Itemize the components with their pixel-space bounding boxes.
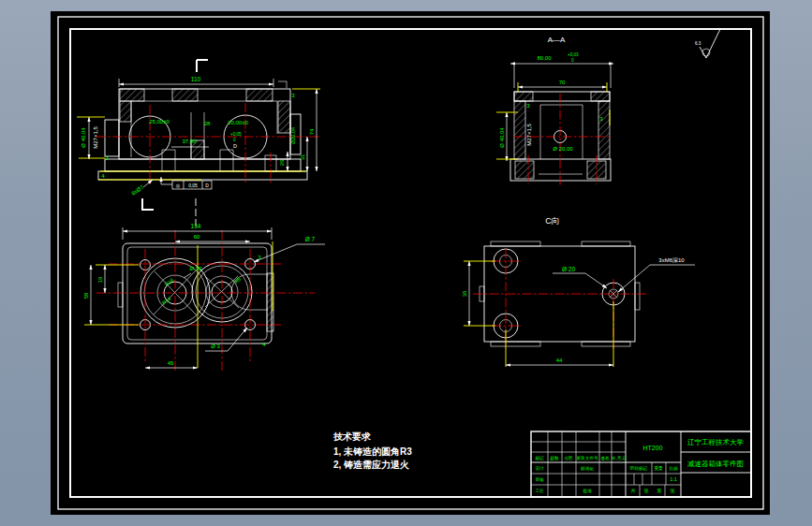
dim-dia20-c: Ø 20 <box>562 266 575 272</box>
tb-sheet-no-unit: 张 <box>671 488 675 494</box>
tech-req-line2: 2, 铸造需应力退火 <box>333 460 409 470</box>
dim-58: 58 <box>83 292 89 299</box>
tb-scale-value: 1:1 <box>670 476 677 482</box>
dim-25: 25,00±0 <box>149 119 170 124</box>
dim-dia40: Ø 40,04 <box>81 127 86 148</box>
datum-d-label: D <box>233 143 237 149</box>
tech-req-title: 技术要求 <box>332 431 371 442</box>
dim-dia40-aa: Ø 40,04 <box>499 127 505 148</box>
fcf-tolerance: 0,05 <box>188 183 198 188</box>
tb-design: 设计 <box>535 465 544 471</box>
dim-74: 74 <box>309 128 315 135</box>
dim-16: 16 <box>97 276 103 283</box>
section-aa-label: A—A <box>548 36 566 44</box>
note-3xm6: 3xM6深10 <box>658 257 685 263</box>
tb-audit: 审核 <box>535 477 544 482</box>
dim-80-tol-l: 0 <box>571 58 574 63</box>
roughness-value: 6.3 <box>695 41 701 46</box>
dim-110: 110 <box>191 76 201 82</box>
dim-dia20-aa: Ø 20,00 <box>553 146 573 152</box>
fcf-datum: D <box>205 183 209 188</box>
dim-31: 31 <box>300 153 305 160</box>
dim-20: 20,00±0 <box>228 120 248 125</box>
dim-70: 70 <box>559 80 566 85</box>
tb-header-sign: 签名 <box>600 456 609 460</box>
thread-m27: M27×1,5 <box>93 126 98 149</box>
dim-80-tol-u: +0,03 <box>568 52 579 57</box>
dim-134: 134 <box>191 223 201 229</box>
dim-dia30: Ø 30 <box>189 266 202 271</box>
dim-tol-upper: +0,05 <box>230 132 242 137</box>
dim-36: 36 <box>462 290 467 297</box>
dim-tol-lower: 0 <box>233 138 236 142</box>
tb-company: 辽宁工程技术大学 <box>687 438 745 446</box>
dim-44: 44 <box>556 358 563 363</box>
dim-80: 80,00 <box>537 55 552 61</box>
dim-37: 37,00 <box>182 139 197 144</box>
cad-viewer-page: 110 25,00±0 20,00±0 28 37,00 +0,05 0 D Ø… <box>0 0 812 526</box>
dim-28: 28 <box>204 121 211 126</box>
dim-60: 60 <box>194 234 200 240</box>
tb-material: HT200 <box>642 445 662 451</box>
tb-stage: 阶段标记 <box>630 465 648 472</box>
fcf-symbol: ◎ <box>176 183 181 188</box>
tech-req-line1: 1, 未铸造的圆角R3 <box>333 446 412 457</box>
dim-dia3: Ø 3 <box>211 343 220 349</box>
tb-header-mark: 标记 <box>534 455 544 461</box>
dim-dia7: Ø 7 <box>305 236 316 242</box>
tb-header-docno: 更改文件号 <box>577 455 598 460</box>
tb-header-zone: 分区 <box>563 456 573 460</box>
tb-weight: 重量 <box>654 465 663 471</box>
view-c-label: C向 <box>545 216 560 226</box>
cad-canvas[interactable]: 110 25,00±0 20,00±0 28 37,00 +0,05 0 D Ø… <box>0 0 812 526</box>
tb-sheet-total-unit: 张 <box>644 488 649 494</box>
tb-sheet-no-label: 第 <box>657 488 662 493</box>
tb-header-count: 处数 <box>549 455 559 461</box>
dim-26: 26 <box>279 159 285 166</box>
dim-dia20-bore: Ø20,04 <box>290 127 296 144</box>
tb-sheet-total-label: 共 <box>631 488 636 493</box>
thread-m27-aa: M27×1,5 <box>526 124 532 146</box>
dim-45: 45 <box>168 360 174 366</box>
tb-drawing-title: 减速器箱体零件图 <box>687 460 744 468</box>
tb-process: 工艺 <box>535 488 544 493</box>
